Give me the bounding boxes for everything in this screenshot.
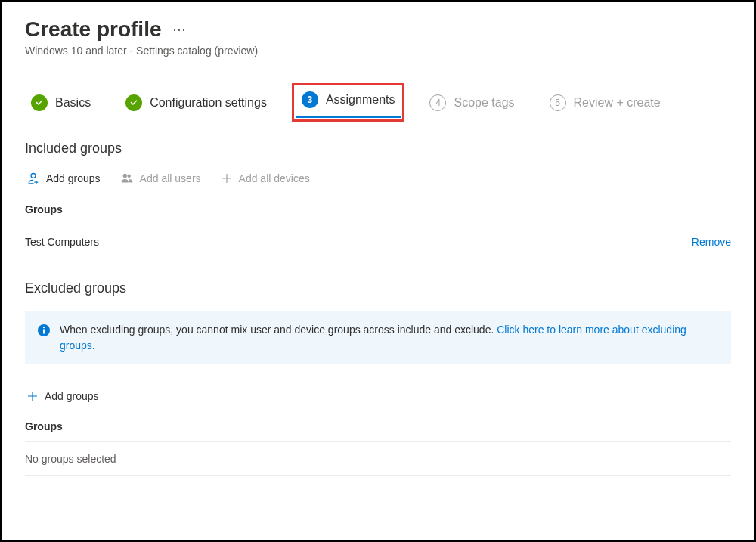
info-text: When excluding groups, you cannot mix us… (60, 324, 497, 336)
button-label: Add all users (140, 172, 201, 184)
button-label: Add groups (45, 390, 99, 402)
step-basics[interactable]: Basics (25, 90, 97, 116)
excluded-groups-column-header: Groups (25, 420, 731, 442)
included-groups-heading: Included groups (25, 141, 731, 156)
people-icon (120, 172, 134, 185)
person-add-icon (26, 172, 40, 185)
more-actions-button[interactable]: ⋯ (172, 21, 187, 38)
plus-icon (26, 390, 39, 402)
step-number-badge: 3 (302, 91, 318, 108)
button-label: Add groups (46, 172, 101, 184)
step-label: Review + create (574, 96, 661, 110)
add-groups-button[interactable]: Add groups (25, 169, 102, 188)
step-number-badge: 5 (550, 94, 566, 111)
wizard-stepper: Basics Configuration settings 3 Assignme… (25, 87, 731, 118)
step-label: Configuration settings (150, 96, 267, 110)
excluded-groups-heading: Excluded groups (25, 280, 731, 296)
step-label: Assignments (326, 93, 395, 107)
step-configuration-settings[interactable]: Configuration settings (119, 90, 273, 116)
included-groups-column-header: Groups (25, 203, 731, 225)
check-icon (31, 94, 48, 111)
step-review-create[interactable]: 5 Review + create (544, 90, 667, 116)
add-all-devices-button[interactable]: Add all devices (219, 169, 311, 187)
add-excluded-groups-button[interactable]: Add groups (25, 387, 101, 405)
info-icon (37, 324, 51, 337)
info-banner: When excluding groups, you cannot mix us… (25, 311, 731, 364)
step-assignments[interactable]: 3 Assignments (296, 87, 401, 118)
step-scope-tags[interactable]: 4 Scope tags (423, 90, 520, 116)
add-all-users-button[interactable]: Add all users (119, 169, 203, 188)
group-name: Test Computers (25, 236, 99, 248)
svg-point-2 (43, 327, 45, 328)
step-label: Basics (55, 96, 91, 110)
page-subtitle: Windows 10 and later - Settings catalog … (25, 45, 731, 57)
step-label: Scope tags (454, 96, 514, 110)
plus-icon (221, 172, 233, 184)
button-label: Add all devices (239, 172, 310, 184)
svg-rect-1 (43, 330, 45, 334)
remove-group-link[interactable]: Remove (692, 236, 731, 248)
empty-state-text: No groups selected (25, 442, 731, 476)
table-row: Test Computers Remove (25, 225, 731, 259)
step-number-badge: 4 (429, 94, 446, 111)
check-icon (125, 94, 142, 111)
page-title: Create profile (25, 17, 162, 42)
